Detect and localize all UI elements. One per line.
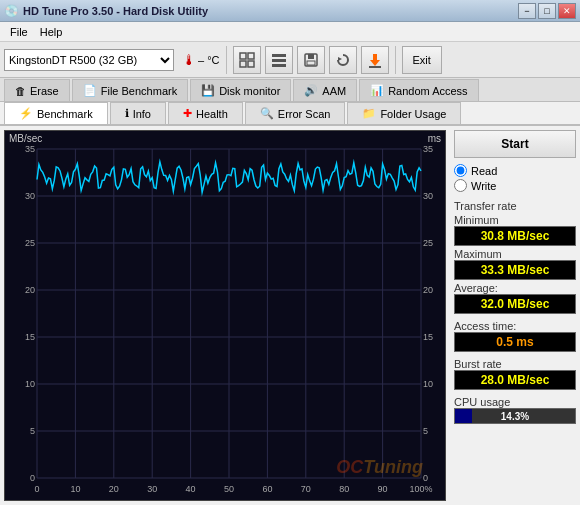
svg-rect-6 (272, 64, 286, 67)
tab-info[interactable]: ℹ Info (110, 102, 166, 124)
write-radio-row[interactable]: Write (454, 179, 576, 192)
tab-aam[interactable]: 🔊 AAM (293, 79, 357, 101)
tab-disk-monitor[interactable]: 💾 Disk monitor (190, 79, 291, 101)
folder-usage-icon: 📁 (362, 107, 376, 120)
average-label: Average: (454, 282, 576, 294)
svg-rect-0 (240, 53, 246, 59)
write-radio[interactable] (454, 179, 467, 192)
maximum-label: Maximum (454, 248, 576, 260)
erase-icon: 🗑 (15, 85, 26, 97)
random-access-icon: 📊 (370, 84, 384, 97)
close-button[interactable]: ✕ (558, 3, 576, 19)
transfer-mode-group: Read Write (454, 162, 576, 194)
svg-rect-1 (248, 53, 254, 59)
burst-rate-section: Burst rate 28.0 MB/sec (454, 356, 576, 390)
app-icon: 💿 (4, 4, 19, 18)
exit-button[interactable]: Exit (402, 46, 442, 74)
tab-health-label: Health (196, 108, 228, 120)
read-radio-row[interactable]: Read (454, 164, 576, 177)
svg-rect-3 (248, 61, 254, 67)
toolbar-btn-5[interactable] (361, 46, 389, 74)
cpu-usage-value: 14.3% (455, 409, 575, 423)
save-icon (303, 52, 319, 68)
svg-marker-12 (370, 60, 380, 66)
thermometer-icon: 🌡 (182, 52, 196, 68)
temperature-display: 🌡 – °C (182, 52, 220, 68)
tab-erase[interactable]: 🗑 Erase (4, 79, 70, 101)
download-icon (367, 52, 383, 68)
minimum-label: Minimum (454, 214, 576, 226)
toolbar: KingstonDT R500 (32 GB) 🌡 – °C Exit (0, 42, 580, 78)
info-icon: ℹ (125, 107, 129, 120)
toolbar-btn-2[interactable] (265, 46, 293, 74)
tab-health[interactable]: ✚ Health (168, 102, 243, 124)
svg-rect-9 (307, 61, 315, 65)
benchmark-chart: MB/sec ms OCTuning (4, 130, 446, 501)
chart-canvas (5, 131, 445, 500)
toolbar-btn-4[interactable] (329, 46, 357, 74)
toolbar-btn-1[interactable] (233, 46, 261, 74)
tab-disk-monitor-label: Disk monitor (219, 85, 280, 97)
transfer-rate-section: Transfer rate Minimum 30.8 MB/sec Maximu… (454, 198, 576, 314)
toolbar-btn-3[interactable] (297, 46, 325, 74)
main-tabs: 🗑 Erase 📄 File Benchmark 💾 Disk monitor … (0, 78, 580, 102)
tab-benchmark-label: Benchmark (37, 108, 93, 120)
transfer-rate-label: Transfer rate (454, 200, 576, 212)
write-label: Write (471, 180, 496, 192)
tab-info-label: Info (133, 108, 151, 120)
tab-file-benchmark[interactable]: 📄 File Benchmark (72, 79, 188, 101)
tab-benchmark[interactable]: ⚡ Benchmark (4, 102, 108, 124)
content-area: MB/sec ms OCTuning Start Read Write Tran… (0, 126, 580, 505)
read-radio[interactable] (454, 164, 467, 177)
svg-marker-10 (338, 57, 342, 61)
tab-error-scan-label: Error Scan (278, 108, 331, 120)
menu-file[interactable]: File (4, 25, 34, 39)
tab-file-benchmark-label: File Benchmark (101, 85, 177, 97)
tab-random-access[interactable]: 📊 Random Access (359, 79, 478, 101)
burst-rate-value: 28.0 MB/sec (454, 370, 576, 390)
health-icon: ✚ (183, 107, 192, 120)
tab-folder-usage[interactable]: 📁 Folder Usage (347, 102, 461, 124)
svg-rect-8 (308, 54, 314, 59)
maximize-button[interactable]: □ (538, 3, 556, 19)
temp-unit: – °C (198, 54, 220, 66)
svg-rect-2 (240, 61, 246, 67)
cpu-usage-section: CPU usage 14.3% (454, 394, 576, 424)
access-time-section: Access time: 0.5 ms (454, 318, 576, 352)
list-icon (271, 52, 287, 68)
tab-erase-label: Erase (30, 85, 59, 97)
minimum-value: 30.8 MB/sec (454, 226, 576, 246)
tab-aam-label: AAM (322, 85, 346, 97)
svg-rect-4 (272, 54, 286, 57)
aam-icon: 🔊 (304, 84, 318, 97)
menu-bar: File Help (0, 22, 580, 42)
disk-monitor-icon: 💾 (201, 84, 215, 97)
burst-rate-label: Burst rate (454, 358, 576, 370)
access-time-label: Access time: (454, 320, 576, 332)
average-value: 32.0 MB/sec (454, 294, 576, 314)
svg-rect-13 (369, 66, 381, 68)
maximum-value: 33.3 MB/sec (454, 260, 576, 280)
toolbar-separator-2 (395, 46, 396, 74)
title-text: HD Tune Pro 3.50 - Hard Disk Utility (23, 5, 516, 17)
sub-tabs: ⚡ Benchmark ℹ Info ✚ Health 🔍 Error Scan… (0, 102, 580, 126)
watermark: OCTuning (336, 457, 423, 478)
toolbar-separator (226, 46, 227, 74)
title-bar: 💿 HD Tune Pro 3.50 - Hard Disk Utility −… (0, 0, 580, 22)
access-time-value: 0.5 ms (454, 332, 576, 352)
tab-random-access-label: Random Access (388, 85, 467, 97)
tab-error-scan[interactable]: 🔍 Error Scan (245, 102, 346, 124)
tab-folder-usage-label: Folder Usage (380, 108, 446, 120)
svg-rect-5 (272, 59, 286, 62)
minimize-button[interactable]: − (518, 3, 536, 19)
drive-select[interactable]: KingstonDT R500 (32 GB) (4, 49, 174, 71)
cpu-usage-bar: 14.3% (454, 408, 576, 424)
grid-icon (239, 52, 255, 68)
read-label: Read (471, 165, 497, 177)
menu-help[interactable]: Help (34, 25, 69, 39)
refresh-icon (335, 52, 351, 68)
right-panel: Start Read Write Transfer rate Minimum 3… (450, 126, 580, 505)
cpu-usage-label: CPU usage (454, 396, 576, 408)
benchmark-icon: ⚡ (19, 107, 33, 120)
start-button[interactable]: Start (454, 130, 576, 158)
